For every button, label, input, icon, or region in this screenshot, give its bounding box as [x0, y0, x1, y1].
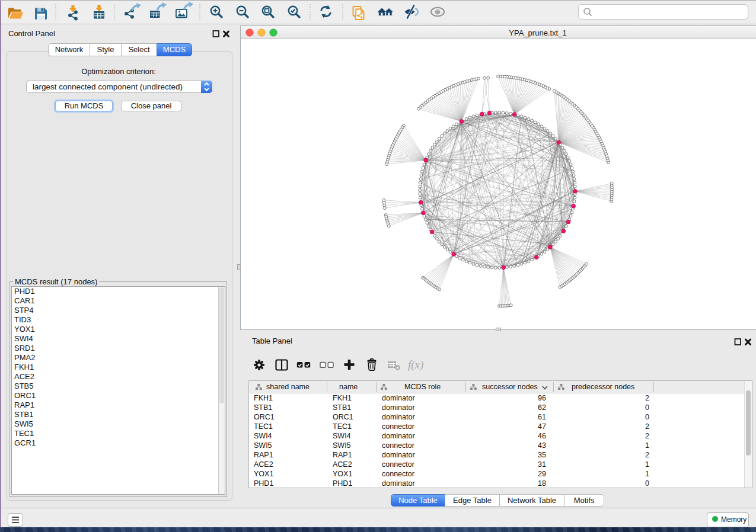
svg-text:f(x): f(x)	[408, 358, 423, 371]
